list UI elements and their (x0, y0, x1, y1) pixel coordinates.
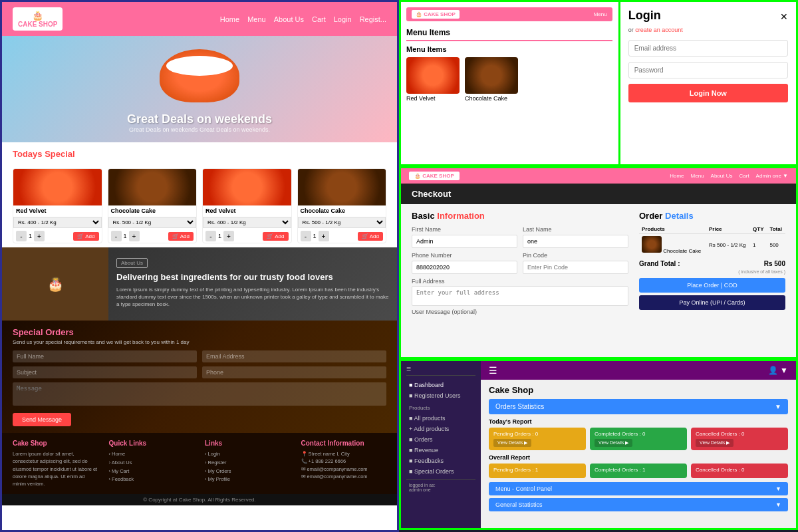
admin-hamburger-icon[interactable]: ☰ (489, 365, 497, 376)
email-field[interactable] (628, 40, 788, 57)
create-account-link[interactable]: create an account (635, 27, 683, 33)
footer-link-login[interactable]: › Login (205, 450, 291, 459)
menu-nav: 🎂 CAKE SHOP Menu (406, 7, 612, 21)
sidebar-item-feedbacks[interactable]: ■ Feedbacks (406, 456, 475, 466)
place-order-button[interactable]: Place Order | COD (639, 278, 785, 293)
footer-link-orders[interactable]: › My Orders (205, 467, 291, 476)
add-btn-2[interactable]: 🛒 Add (168, 232, 194, 241)
qty-minus-2[interactable]: - (111, 231, 122, 241)
footer-link-home[interactable]: › Home (109, 450, 195, 459)
nav-login[interactable]: Login (334, 15, 352, 23)
hero-subtitle: Great Deals on weekends Great Deals on w… (127, 126, 272, 133)
footer-email-1: ✉ email@companyname.com (301, 466, 387, 473)
cake-select-2[interactable]: Rs. 500 - 1/2 Kg (108, 217, 197, 228)
sidebar-item-special[interactable]: ■ Special Orders (406, 466, 475, 477)
cake-qty-row-2: - 1 + 🛒 Add (108, 229, 197, 243)
footer-email-2: ✉ email@companyname.com (301, 473, 387, 480)
sidebar-item-add-products[interactable]: + Add products (406, 424, 475, 434)
add-btn-3[interactable]: 🛒 Add (263, 232, 288, 241)
footer-contact-heading: Contact Information (301, 440, 387, 447)
checkout-nav-home[interactable]: Home (670, 173, 684, 179)
login-now-button[interactable]: Login Now (628, 84, 788, 102)
orders-statistics-accordion[interactable]: Orders Statistics ▼ (489, 399, 788, 414)
cake-select-3[interactable]: Rs. 400 - 1/2 Kg (203, 217, 291, 228)
qty-plus-2[interactable]: + (129, 231, 140, 241)
about-section: 🎂 About Us Delivering best ingredients f… (2, 247, 397, 321)
pin-code-label: Pin Code (523, 252, 628, 259)
checkout-logo: 🎂 CAKE SHOP (409, 172, 460, 180)
message-textarea[interactable] (13, 382, 386, 406)
subject-input[interactable] (13, 366, 197, 378)
footer-link-cart[interactable]: › My Cart (109, 467, 195, 476)
checkout-nav-menu[interactable]: Menu (691, 173, 704, 179)
pin-code-input[interactable] (523, 261, 628, 274)
admin-user-icon[interactable]: 👤 ▼ (768, 366, 788, 375)
password-field[interactable] (628, 62, 788, 78)
menu-cake-chocolate: Chocolate Cake (465, 57, 518, 102)
address-textarea[interactable] (412, 286, 628, 306)
qty-plus-4[interactable]: + (319, 231, 329, 241)
pay-online-button[interactable]: Pay Online (UPI / Cards) (639, 295, 785, 310)
footer-link-about[interactable]: › About Us (109, 459, 195, 467)
menu-cake-img-choc (465, 57, 518, 94)
phone-number-input[interactable] (412, 261, 517, 274)
col-qty: QTY (750, 225, 767, 234)
checkout-nav-admin[interactable]: Admin one ▼ (756, 173, 788, 179)
sidebar-item-users[interactable]: ■ Registered Users (406, 390, 475, 401)
nav-about[interactable]: About Us (274, 15, 304, 23)
footer-phone: 📞 +1 888 222 6666 (301, 458, 387, 465)
completed-view-details-btn[interactable]: View Details ▶ (595, 439, 632, 447)
nav-home[interactable]: Home (220, 15, 239, 23)
site-logo: 🎂 CAKE SHOP (13, 7, 63, 31)
qty-minus-4[interactable]: - (301, 231, 311, 241)
admin-sidebar: ☰ ■ Dashboard ■ Registered Users Product… (401, 361, 481, 528)
send-message-button[interactable]: Send Message (13, 413, 71, 426)
cancelled-orders-card: Cancelled Orders : 0 View Details ▶ (691, 428, 788, 450)
footer: Cake Shop Lorem ipsum dolor sit amet, co… (2, 433, 397, 494)
nav-register[interactable]: Regist... (360, 15, 386, 23)
qty-plus-3[interactable]: + (223, 231, 234, 241)
menu-nav-menu[interactable]: Menu (594, 11, 607, 17)
admin-panel: ☰ ■ Dashboard ■ Registered Users Product… (399, 359, 798, 530)
sidebar-item-orders[interactable]: ■ Orders (406, 434, 475, 445)
order-row: Chocolate Cake Rs 500 - 1/2 Kg 1 500 (639, 234, 785, 257)
cancelled-view-details-btn[interactable]: View Details ▶ (696, 439, 733, 447)
nav-menu[interactable]: Menu (247, 15, 266, 23)
first-name-input[interactable] (412, 235, 517, 248)
general-statistics-btn[interactable]: General Statistics ▼ (489, 498, 788, 511)
col-total: Total (767, 225, 785, 234)
qty-minus-1[interactable]: - (16, 231, 27, 241)
footer-link-register[interactable]: › Register (205, 459, 291, 467)
pending-view-details-btn[interactable]: View Details ▶ (493, 439, 531, 447)
cake-card-1: Red Velvet Rs. 400 - 1/2 Kg - 1 + 🛒 Add (13, 168, 102, 243)
overall-pending-label: Pending Orders : 1 (493, 467, 581, 473)
checkout-nav-about[interactable]: About Us (711, 173, 733, 179)
qty-minus-3[interactable]: - (205, 231, 216, 241)
email-input[interactable] (202, 350, 386, 362)
last-name-input[interactable] (523, 235, 628, 248)
cake-select-4[interactable]: Rs. 500 - 1/2 Kg (298, 217, 386, 228)
add-btn-1[interactable]: 🛒 Add (73, 232, 98, 241)
order-details-title: Order Details (639, 211, 785, 221)
nav-cart[interactable]: Cart (312, 15, 326, 23)
special-form-row-1 (13, 350, 386, 362)
full-name-input[interactable] (13, 350, 197, 362)
footer-link-feedback[interactable]: › Feedback (109, 475, 195, 484)
cake-select-1[interactable]: Rs. 400 - 1/2 Kg (13, 217, 102, 228)
stats-chevron-icon: ▼ (775, 501, 781, 508)
menu-cake-red-velvet: Red Velvet (406, 57, 460, 102)
add-btn-4[interactable]: 🛒 Add (358, 232, 383, 241)
footer-link-profile[interactable]: › My Profile (205, 475, 291, 484)
sidebar-item-revenue[interactable]: ■ Revenue (406, 445, 475, 456)
menu-control-panel-btn[interactable]: Menu - Control Panel ▼ (489, 482, 788, 495)
phone-input[interactable] (202, 366, 386, 378)
first-name-field: First Name (412, 226, 517, 248)
menu-logo: 🎂 CAKE SHOP (412, 10, 460, 19)
close-icon[interactable]: ✕ (780, 11, 788, 22)
qty-plus-1[interactable]: + (34, 231, 45, 241)
sidebar-item-all-products[interactable]: ■ All products (406, 413, 475, 424)
sidebar-item-dashboard[interactable]: ■ Dashboard (406, 380, 475, 390)
about-image: 🎂 (2, 247, 108, 321)
footer-col-links: Links › Login › Register › My Orders › M… (205, 440, 291, 487)
checkout-nav-cart[interactable]: Cart (739, 173, 749, 179)
